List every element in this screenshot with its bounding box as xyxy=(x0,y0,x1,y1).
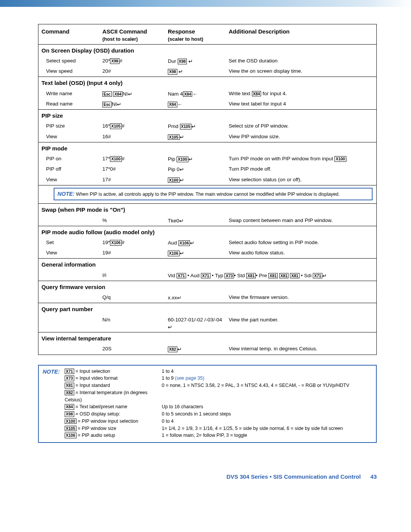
section-title: PIP size xyxy=(38,109,376,121)
legend-row: X98 = OSD display setup:0 to 5 seconds i… xyxy=(65,411,372,418)
table-row: PIP size16*X105#Pmd X105↵Select size of … xyxy=(38,121,376,131)
table-row: Write nameEsc X84NI↵Nam 4X84←Write text … xyxy=(38,89,376,99)
col-ascii: ASCII Command (host to scaler) xyxy=(99,24,165,44)
legend-row: X100 = PIP window input selection0 to 4 xyxy=(65,418,372,425)
page-footer: DVS 304 Series • SIS Communication and C… xyxy=(38,473,377,480)
col-response: Response (scaler to host) xyxy=(165,24,226,44)
legend-row: X84 = Text label/preset nameUp to 16 cha… xyxy=(65,403,372,411)
legend-row: X105 = PIP window size1= 1/4, 2 = 1/9, 3… xyxy=(65,425,372,432)
note-label: NOTE: xyxy=(43,369,60,375)
footer-text: DVS 304 Series • SIS Communication and C… xyxy=(226,473,361,480)
section-title: Query part number xyxy=(38,303,376,315)
col-description: Additional Description xyxy=(226,24,376,44)
table-row: Set19*X106#Aud X106↵Select audio follow … xyxy=(38,238,376,248)
table-row: %Tke0↵Swap content between main and PIP … xyxy=(38,216,376,226)
legend-row: X81 = Input standard0 = none, 1 = NTSC 3… xyxy=(65,382,372,389)
col-command: Command xyxy=(38,24,99,44)
section-title: On Screen Display (OSD) duration xyxy=(38,44,376,56)
section-title: View internal temperature xyxy=(38,332,376,344)
col-ascii-sub: (host to scaler) xyxy=(102,35,162,43)
col-response-label: Response xyxy=(168,28,195,35)
table-row: PIP on17*X100#Pip X100↵Turn PIP mode on … xyxy=(38,154,376,164)
col-ascii-label: ASCII Command xyxy=(102,28,147,35)
table-row: N/n60-1027-01/-02 /-03/-04↵View the part… xyxy=(38,315,376,332)
legend-row: X106 = PIP audio setup1 = follow main, 2… xyxy=(65,432,372,439)
col-response-sub: (scaler to host) xyxy=(168,35,223,43)
command-table: Command ASCII Command (host to scaler) R… xyxy=(38,24,377,355)
table-row: Select speed20*X98#Dur X98 ↵Set the OSD … xyxy=(38,56,376,66)
table-row: 20SX82↵View internal temp. in degrees Ce… xyxy=(38,344,376,354)
section-title: Text label (OSD) (Input 4 only) xyxy=(38,77,376,88)
section-title: Query firmware version xyxy=(38,281,376,292)
legend-row: X82 = Internal temperature (in degrees C… xyxy=(65,389,372,404)
inline-note-box: NOTE: When PIP is active, all controls a… xyxy=(54,188,373,201)
table-row: PIP off17*0#Pip 0↵Turn PIP mode off. xyxy=(38,164,376,174)
section-title: General information xyxy=(38,258,376,270)
legend-row: X73 = Input video format1 to 9 (see page… xyxy=(65,375,372,382)
table-row: I/iVid X71 • Aud X71 • Typ X73• Std X81•… xyxy=(38,270,376,281)
table-row: View speed20#X98 ↵View the on screen dis… xyxy=(38,66,376,77)
table-row: Q/qx.xx↵View the firmware version. xyxy=(38,292,376,303)
table-row: View16#X105↵View PIP window size. xyxy=(38,132,376,142)
section-title: Swap (when PIP mode is "On") xyxy=(38,203,376,215)
section-title: PIP mode audio follow (audio model only) xyxy=(38,226,376,238)
table-row: View17#X100↵View selection status (on or… xyxy=(38,175,376,185)
table-row: Read nameEscNI↵X84←View text label for i… xyxy=(38,99,376,109)
table-row: View19#X106↵View audio follow status. xyxy=(38,248,376,258)
legend-row: X71 = Input selection1 to 4 xyxy=(65,368,372,375)
page-number: 43 xyxy=(362,473,377,480)
legend-note-box: NOTE: X71 = Input selection1 to 4X73 = I… xyxy=(38,365,377,443)
section-title: PIP mode xyxy=(38,142,376,154)
